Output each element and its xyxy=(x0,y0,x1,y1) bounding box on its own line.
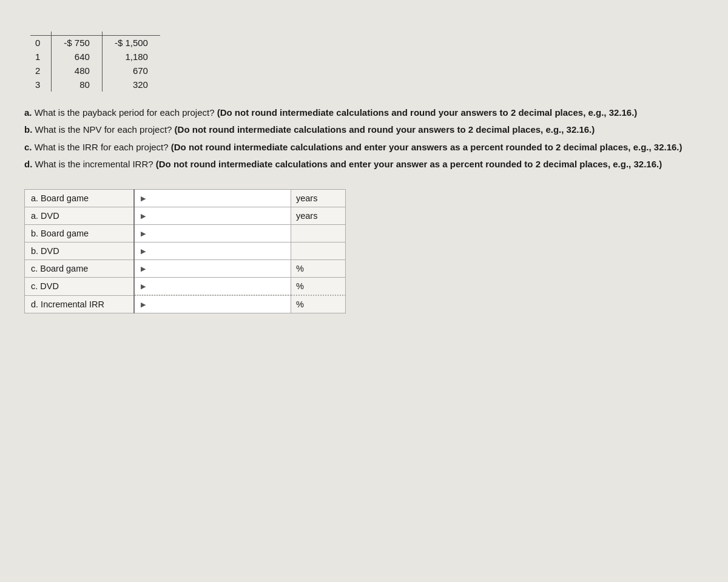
cashflow-cell-2-0: 2 xyxy=(30,64,52,78)
answer-input-cell-5[interactable]: ▶ xyxy=(134,278,291,296)
answer-row: a. Board game▶years xyxy=(25,190,346,207)
answer-unit-4: % xyxy=(291,260,345,278)
q-b-bold: (Do not round intermediate calculations … xyxy=(175,124,595,135)
input-arrow-2: ▶ xyxy=(141,230,146,238)
answer-row: c. Board game▶% xyxy=(25,260,346,278)
answer-row: c. DVD▶% xyxy=(25,278,346,296)
input-arrow-4: ▶ xyxy=(141,265,146,273)
q-a-text: What is the payback period for each proj… xyxy=(35,107,217,118)
input-arrow-6: ▶ xyxy=(141,301,146,309)
q-c-text: What is the IRR for each project? xyxy=(35,142,171,152)
cashflow-cell-0-2: -$ 1,500 xyxy=(102,36,160,50)
q-b-text: What is the NPV for each project? xyxy=(35,124,175,135)
cashflow-cell-0-1: -$ 750 xyxy=(52,36,103,50)
answer-row: b. Board game▶ xyxy=(25,225,346,242)
cashflow-cell-3-2: 320 xyxy=(102,78,160,92)
cashflow-cell-1-2: 1,180 xyxy=(102,50,160,64)
answer-table: a. Board game▶yearsa. DVD▶yearsb. Board … xyxy=(24,189,346,313)
answer-input-3[interactable] xyxy=(148,246,285,256)
question-a: a. What is the payback period for each p… xyxy=(24,105,704,121)
cashflow-cell-2-2: 670 xyxy=(102,64,160,78)
question-c: c. What is the IRR for each project? (Do… xyxy=(24,139,704,155)
cashflow-table: 0-$ 750-$ 1,50016401,1802480670380320 xyxy=(30,32,160,92)
question-b: b. What is the NPV for each project? (Do… xyxy=(24,122,704,138)
q-c-label: c. xyxy=(24,142,35,152)
q-a-label: a. xyxy=(24,107,35,118)
answer-input-cell-4[interactable]: ▶ xyxy=(134,260,291,278)
answer-unit-1: years xyxy=(291,207,345,225)
q-d-label: d. xyxy=(24,159,35,169)
answer-input-cell-2[interactable]: ▶ xyxy=(134,225,291,242)
answer-unit-3 xyxy=(291,242,345,260)
input-arrow-0: ▶ xyxy=(141,195,146,202)
cashflow-cell-1-1: 640 xyxy=(52,50,103,64)
cashflow-row: 0-$ 750-$ 1,500 xyxy=(30,36,160,50)
answer-input-cell-3[interactable]: ▶ xyxy=(134,242,291,260)
q-a-bold: (Do not round intermediate calculations … xyxy=(217,107,638,118)
answer-input-4[interactable] xyxy=(148,264,285,273)
answer-label-3: b. DVD xyxy=(25,242,134,260)
answer-input-cell-0[interactable]: ▶ xyxy=(134,190,291,207)
input-arrow-5: ▶ xyxy=(141,283,146,290)
answer-section: a. Board game▶yearsa. DVD▶yearsb. Board … xyxy=(24,189,704,313)
answer-label-2: b. Board game xyxy=(25,225,134,242)
answer-input-2[interactable] xyxy=(148,229,285,238)
q-d-text: What is the incremental IRR? xyxy=(35,159,156,169)
answer-label-4: c. Board game xyxy=(25,260,134,278)
question-d: d. What is the incremental IRR? (Do not … xyxy=(24,156,704,172)
cashflow-cell-0-0: 0 xyxy=(30,36,52,50)
answer-row: d. Incremental IRR▶% xyxy=(25,295,346,313)
q-d-bold: (Do not round intermediate calculations … xyxy=(156,159,662,169)
q-c-bold: (Do not round intermediate calculations … xyxy=(171,142,682,152)
answer-input-5[interactable] xyxy=(148,281,285,291)
cashflow-cell-3-0: 3 xyxy=(30,78,52,92)
answer-unit-5: % xyxy=(291,278,345,296)
answer-row: a. DVD▶years xyxy=(25,207,346,225)
answer-input-1[interactable] xyxy=(148,211,285,221)
input-arrow-3: ▶ xyxy=(141,247,146,255)
answer-input-cell-1[interactable]: ▶ xyxy=(134,207,291,225)
cashflow-row: 16401,180 xyxy=(30,50,160,64)
cashflow-row: 2480670 xyxy=(30,64,160,78)
q-b-label: b. xyxy=(24,124,35,135)
answer-unit-0: years xyxy=(291,190,345,207)
answer-row: b. DVD▶ xyxy=(25,242,346,260)
answer-unit-2 xyxy=(291,225,345,242)
answer-label-0: a. Board game xyxy=(25,190,134,207)
answer-input-cell-6[interactable]: ▶ xyxy=(134,295,291,313)
answer-label-1: a. DVD xyxy=(25,207,134,225)
cashflow-cell-1-0: 1 xyxy=(30,50,52,64)
answer-input-6[interactable] xyxy=(148,299,285,309)
answer-unit-6: % xyxy=(291,295,345,313)
cashflow-row: 380320 xyxy=(30,78,160,92)
input-arrow-1: ▶ xyxy=(141,212,146,220)
questions-section: a. What is the payback period for each p… xyxy=(24,105,704,172)
cashflow-cell-2-1: 480 xyxy=(52,64,103,78)
answer-label-5: c. DVD xyxy=(25,278,134,296)
answer-input-0[interactable] xyxy=(148,193,285,203)
answer-label-6: d. Incremental IRR xyxy=(25,295,134,313)
cashflow-cell-3-1: 80 xyxy=(52,78,103,92)
